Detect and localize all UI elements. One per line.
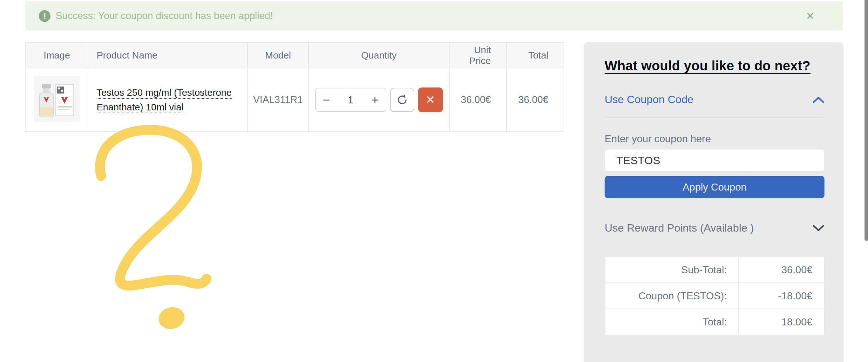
shopping-cart-page: ! Success: Your coupon discount has been… [0, 0, 868, 362]
cart-table: Image Product Name Model Quantity Unit P… [25, 42, 564, 132]
product-image-cell [26, 68, 88, 132]
column-header-total: Total [506, 43, 564, 68]
product-name-cell: Testos 250 mg/ml (Testosterone Enanthate… [88, 68, 248, 132]
quantity-stepper: − + [315, 88, 386, 112]
column-header-unit-price: Unit Price [449, 43, 506, 68]
exclamation-circle-icon: ! [39, 10, 51, 22]
grand-total-value: 18.00€ [739, 309, 824, 335]
coupon-discount-row: Coupon (TESTOS): -18.00€ [605, 283, 824, 309]
column-header-product-name: Product Name [88, 43, 248, 68]
coupon-discount-label: Coupon (TESTOS): [605, 283, 739, 309]
alert-message: Success: Your coupon discount has been a… [56, 10, 273, 22]
unit-price-cell: 36.00€ [449, 68, 506, 132]
product-name-link[interactable]: Testos 250 mg/ml (Testosterone Enanthate… [97, 85, 242, 114]
quantity-decrease-button[interactable]: − [323, 93, 330, 106]
coupon-field-label: Enter your coupon here [604, 133, 825, 145]
remove-item-button[interactable]: ✕ [418, 87, 443, 112]
refresh-icon [396, 93, 409, 107]
apply-coupon-button[interactable]: Apply Coupon [604, 176, 825, 198]
cart-table-header-row: Image Product Name Model Quantity Unit P… [26, 43, 564, 68]
use-coupon-code-label: Use Coupon Code [604, 93, 693, 106]
handwritten-2-annotation [85, 123, 219, 346]
use-reward-points-label: Use Reward Points (Available ) [604, 222, 754, 234]
success-alert: ! Success: Your coupon discount has been… [25, 1, 843, 31]
quantity-input[interactable] [341, 94, 360, 106]
grand-total-row: Total: 18.00€ [605, 309, 824, 335]
grand-total-label: Total: [605, 309, 739, 335]
use-reward-points-toggle[interactable]: Use Reward Points (Available ) [604, 222, 825, 234]
subtotal-label: Sub-Total: [605, 257, 739, 283]
column-header-model: Model [248, 43, 309, 68]
next-steps-panel: What would you like to do next? Use Coup… [584, 42, 843, 362]
product-image[interactable] [34, 76, 80, 124]
table-row: Testos 250 mg/ml (Testosterone Enanthate… [26, 68, 564, 132]
coupon-input[interactable] [604, 149, 825, 171]
model-cell: VIAL311R1 [248, 68, 309, 132]
line-total-cell: 36.00€ [506, 68, 564, 132]
column-header-image: Image [26, 43, 88, 68]
remove-icon: ✕ [426, 93, 435, 107]
column-header-quantity: Quantity [309, 43, 449, 68]
divider [604, 117, 825, 118]
update-quantity-button[interactable] [390, 88, 414, 112]
quantity-increase-button[interactable]: + [371, 93, 378, 106]
order-totals-table: Sub-Total: 36.00€ Coupon (TESTOS): -18.0… [604, 256, 825, 335]
quantity-cell: − + [309, 68, 449, 132]
coupon-discount-value: -18.00€ [739, 283, 824, 309]
use-coupon-code-toggle[interactable]: Use Coupon Code [604, 93, 825, 106]
chevron-up-icon [812, 96, 825, 103]
alert-close-icon[interactable]: ✕ [806, 1, 815, 31]
vertical-scrollbar-thumb[interactable] [865, 0, 868, 241]
subtotal-row: Sub-Total: 36.00€ [605, 257, 824, 283]
subtotal-value: 36.00€ [739, 257, 824, 283]
page-title: What would you like to do next? [604, 58, 825, 74]
chevron-down-icon [812, 224, 825, 232]
